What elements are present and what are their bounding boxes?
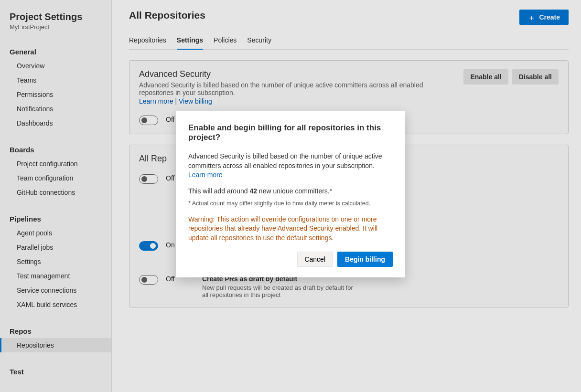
dialog-title: Enable and begin billing for all reposit… — [188, 123, 393, 142]
dialog-warning: Warning: This action will override confi… — [188, 215, 393, 243]
enable-billing-dialog: Enable and begin billing for all reposit… — [176, 111, 405, 277]
dialog-body-1-text: Advanced Security is billed based on the… — [188, 152, 382, 170]
dialog-body-2: This will add around 42 new unique commi… — [188, 187, 393, 196]
dialog-body-2-a: This will add around — [188, 187, 249, 195]
dialog-committer-count: 42 — [249, 187, 257, 195]
modal-overlay: Enable and begin billing for all reposit… — [0, 0, 581, 392]
dialog-footnote: * Actual count may differ slightly due t… — [188, 200, 393, 208]
cancel-button[interactable]: Cancel — [297, 252, 333, 267]
dialog-body-2-b: new unique committers.* — [257, 187, 332, 195]
dialog-learn-more-link[interactable]: Learn more — [188, 171, 223, 179]
dialog-body-1: Advanced Security is billed based on the… — [188, 152, 393, 180]
begin-billing-button[interactable]: Begin billing — [337, 252, 393, 267]
